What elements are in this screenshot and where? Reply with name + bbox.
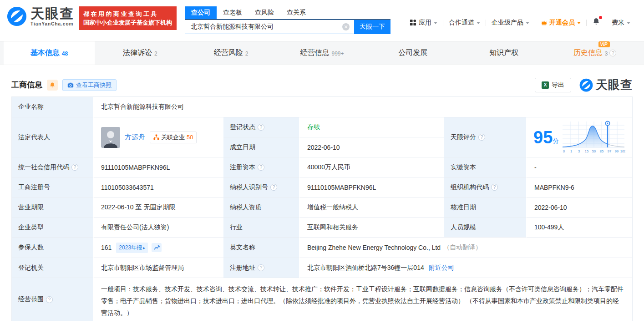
related-companies-badge[interactable]: 关联企业 50 [150, 132, 197, 143]
field-label-org-code: 组织机构代码? [444, 177, 527, 197]
chevron-down-icon [477, 22, 480, 24]
brand-name: 天眼查 [30, 7, 74, 20]
search-input[interactable] [185, 20, 354, 34]
field-label-company-name: 企业名称 [12, 97, 94, 117]
excel-icon: X [542, 81, 549, 89]
field-label-business-term: 营业期限 [12, 197, 94, 218]
score-value: 95 [533, 128, 553, 147]
field-value-reg-capital: 40000万人民币 [300, 157, 444, 177]
field-value-business-scope: 一般项目：技术服务、技术开发、技术咨询、技术交流、技术转让、技术推广；软件开发；… [94, 278, 632, 321]
business-info-table: 企业名称 北京哲合新能源科技有限公司 法定代表人 方运舟 [11, 96, 633, 321]
field-value-reg-authority: 北京市朝阳区市场监督管理局 [94, 258, 223, 278]
tab-legal-proceedings[interactable]: 法律诉讼 2 [95, 41, 186, 65]
watermark-text: 天眼查 [596, 77, 633, 93]
trend-line-icon [154, 245, 160, 250]
tab-count: 2 [154, 51, 157, 57]
nav-username[interactable]: 费米 [606, 19, 636, 27]
annual-report-badge[interactable]: 2023年报▸ [116, 243, 148, 253]
user-nav: 应用 合作通道 企业级产品 开通会员 [404, 17, 636, 28]
export-button[interactable]: X 导出 [535, 78, 571, 92]
help-icon[interactable]: ? [71, 164, 78, 171]
help-icon[interactable]: ? [258, 264, 264, 271]
svg-text:3: 3 [578, 149, 580, 153]
nav-enterprise[interactable]: 企业级产品 [486, 19, 535, 27]
brand-domain: TianYanCha.com [30, 21, 74, 26]
tab-label: 知识产权 [489, 48, 518, 58]
tab-history-info[interactable]: 历史信息 VIP 3 ? [549, 41, 640, 65]
nearby-companies-link[interactable]: 附近公司 [429, 264, 454, 272]
tab-label: 历史信息 [573, 49, 603, 56]
help-icon[interactable]: ? [491, 184, 498, 191]
field-value-business-term: 2022-06-10 至 无固定期限 [94, 197, 223, 218]
notification-dot [599, 16, 602, 19]
field-value-english-name: Beijing Zhehe New Energy Technology Co.,… [300, 238, 632, 258]
tianyancha-logo[interactable]: 天眼查 TianYanCha.com [7, 6, 74, 26]
help-icon[interactable]: ? [478, 134, 485, 141]
svg-text:0: 0 [563, 149, 565, 153]
field-value-paid-capital: - [527, 157, 632, 177]
tab-operation-info[interactable]: 经营信息 999+ [277, 41, 368, 65]
field-label-taxpayer-id: 纳税人识别号? [223, 177, 300, 197]
tab-intellectual-property[interactable]: 知识产权 [458, 41, 549, 65]
tab-basic-info[interactable]: 基本信息 48 [4, 41, 95, 65]
field-label-staff-size: 人员规模 [444, 218, 527, 238]
legal-rep-avatar[interactable] [101, 127, 120, 148]
tab-label: 经营信息 [300, 48, 329, 58]
score-unit: 分 [553, 137, 559, 145]
tab-label: 经营风险 [214, 48, 243, 58]
help-icon[interactable]: ? [609, 50, 616, 56]
company-nav-tabs: 基本信息 48 法律诉讼 2 经营风险 2 经营信息 999+ 公司发展 知识产… [0, 41, 644, 65]
promo-banner: 都在用的商业查询工具 国家中小企业发展子基金旗下机构 [79, 6, 177, 30]
search-tab-relation[interactable]: 查关系 [280, 6, 312, 19]
bell-icon [49, 82, 56, 88]
tab-operation-risk[interactable]: 经营风险 2 [186, 41, 277, 65]
help-icon[interactable]: ? [258, 124, 264, 131]
section-title: 工商信息 [11, 80, 42, 90]
promo-line2: 国家中小企业发展子基金旗下机构 [83, 18, 172, 27]
tianyan-score-cell[interactable]: 95分 [527, 117, 632, 157]
nav-apps-label: 应用 [419, 19, 431, 27]
field-label-company-type: 企业类型 [12, 218, 94, 238]
camera-icon [67, 82, 74, 88]
field-label-approval-date: 核准日期 [444, 197, 527, 218]
help-icon[interactable]: ? [270, 184, 277, 191]
promo-line1: 都在用的商业查询工具 [83, 10, 172, 18]
trend-chart-button[interactable] [152, 243, 162, 252]
nav-apps[interactable]: 应用 [404, 19, 443, 27]
chevron-down-icon [526, 22, 529, 24]
export-label: 导出 [552, 81, 564, 89]
field-value-reg-number: 110105033643571 [94, 177, 223, 197]
nav-open-vip[interactable]: 开通会员 [535, 19, 586, 27]
search-tab-boss[interactable]: 查老板 [217, 6, 248, 19]
tab-count: 2 [245, 51, 248, 57]
field-label-paid-capital: 实缴资本 [444, 157, 527, 177]
svg-text:15: 15 [585, 149, 588, 153]
field-value-staff-size: 100-499人 [527, 218, 632, 238]
search-tab-risk[interactable]: 查风险 [248, 6, 280, 19]
notification-bell-button[interactable] [587, 17, 606, 28]
legal-rep-name-link[interactable]: 方运舟 [125, 133, 145, 142]
subscribe-bell-button[interactable] [47, 80, 58, 91]
business-snapshot-button[interactable]: 查看工商快照 [62, 79, 117, 91]
nav-partner[interactable]: 合作通道 [443, 19, 486, 27]
person-photo [101, 127, 120, 148]
search-submit-button[interactable]: 天眼一下 [354, 20, 390, 34]
field-label-business-scope: 经营范围? [12, 278, 94, 321]
svg-text:1: 1 [570, 149, 572, 153]
field-value-industry: 互联网和相关服务 [300, 218, 444, 238]
chevron-down-icon [577, 22, 581, 24]
tab-count: 999+ [331, 51, 344, 57]
field-label-industry: 行业 [223, 218, 300, 238]
related-companies-count: 50 [187, 134, 193, 141]
tab-count: 48 [62, 51, 68, 57]
clear-search-icon[interactable]: ✕ [342, 23, 350, 30]
field-value-reg-address: 北京市朝阳区酒仙桥北路7号36幢一层014 附近公司 [300, 258, 632, 278]
score-axis-labels: 0 1 3 15 50 85 97 99 100 [563, 149, 625, 153]
arrow-right-icon: ▸ [143, 245, 145, 250]
tab-company-development[interactable]: 公司发展 [367, 41, 458, 65]
field-value-insured-count: 161 2023年报▸ [94, 238, 223, 258]
search-tab-company[interactable]: 查公司 [185, 6, 217, 19]
help-icon[interactable]: ? [258, 164, 264, 171]
related-companies-label: 关联企业 [161, 133, 185, 142]
help-icon[interactable]: ? [46, 296, 53, 303]
